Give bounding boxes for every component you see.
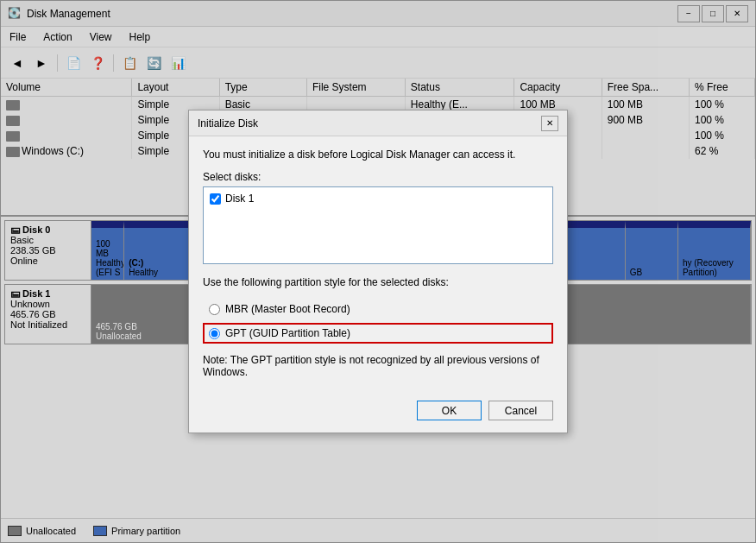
dialog-title: Initialize Disk <box>198 117 258 129</box>
mbr-radio[interactable] <box>209 304 220 315</box>
mbr-label: MBR (Master Boot Record) <box>225 303 350 315</box>
note-text: Note: The GPT partition style is not rec… <box>203 354 553 378</box>
disk-list: Disk 1 <box>203 186 553 264</box>
gpt-option[interactable]: GPT (GUID Partition Table) <box>203 323 553 344</box>
ok-button[interactable]: OK <box>417 401 482 420</box>
modal-overlay: Initialize Disk ✕ You must initialize a … <box>0 0 756 543</box>
partition-style-label: Use the following partition style for th… <box>203 276 553 288</box>
partition-style-radio-group: MBR (Master Boot Record) GPT (GUID Parti… <box>203 299 553 344</box>
select-disks-label: Select disks: <box>203 171 553 183</box>
dialog-title-bar: Initialize Disk ✕ <box>189 110 567 136</box>
mbr-option[interactable]: MBR (Master Boot Record) <box>203 299 553 319</box>
initialize-disk-dialog: Initialize Disk ✕ You must initialize a … <box>188 110 568 433</box>
dialog-close-button[interactable]: ✕ <box>541 116 558 131</box>
disk-list-item-label: Disk 1 <box>225 193 254 205</box>
gpt-label: GPT (GUID Partition Table) <box>225 327 350 339</box>
gpt-radio[interactable] <box>209 328 220 339</box>
dialog-footer: OK Cancel <box>189 401 567 433</box>
cancel-button[interactable]: Cancel <box>488 401 553 420</box>
disk-1-checkbox[interactable] <box>210 193 221 205</box>
disk-list-item-1: Disk 1 <box>207 191 549 206</box>
dialog-intro-text: You must initialize a disk before Logica… <box>203 148 553 161</box>
dialog-body: You must initialize a disk before Logica… <box>189 136 567 401</box>
